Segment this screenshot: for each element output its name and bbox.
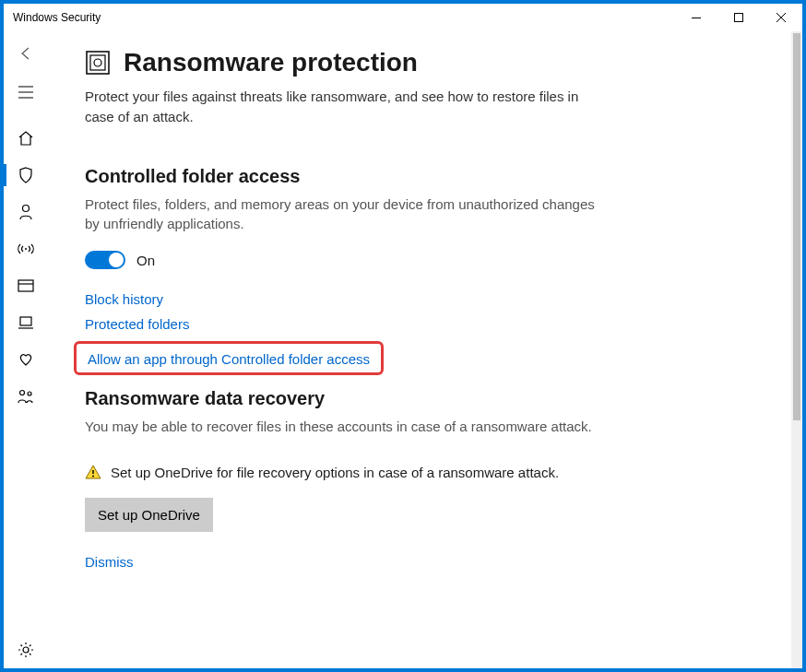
maximize-icon	[734, 13, 743, 22]
warning-icon	[85, 464, 101, 480]
cfa-toggle[interactable]	[85, 251, 125, 269]
menu-button[interactable]	[4, 74, 48, 111]
shield-icon	[18, 166, 34, 184]
sidebar-item-performance[interactable]	[4, 341, 48, 378]
svg-point-15	[92, 475, 94, 477]
svg-point-3	[25, 248, 27, 250]
svg-point-8	[20, 391, 25, 395]
sidebar-item-home[interactable]	[4, 120, 48, 157]
minimize-icon	[692, 18, 701, 18]
close-icon	[776, 13, 786, 22]
block-history-link[interactable]: Block history	[85, 291, 163, 307]
home-icon	[18, 130, 34, 147]
content-area: Ransomware protection Protect your files…	[48, 31, 802, 668]
recovery-heading: Ransomware data recovery	[85, 388, 765, 409]
minimize-button[interactable]	[675, 4, 717, 31]
laptop-icon	[18, 315, 34, 330]
window-icon	[18, 278, 34, 293]
sidebar-item-family[interactable]	[4, 378, 48, 415]
setup-onedrive-button[interactable]: Set up OneDrive	[85, 498, 213, 532]
allow-app-link[interactable]: Allow an app through Controlled folder a…	[88, 351, 370, 367]
window-controls	[675, 4, 802, 31]
dismiss-link[interactable]: Dismiss	[85, 554, 134, 570]
scrollbar[interactable]	[791, 31, 802, 668]
svg-rect-12	[90, 55, 105, 70]
back-button[interactable]	[4, 33, 48, 74]
sidebar-item-firewall[interactable]	[4, 230, 48, 267]
person-icon	[18, 203, 34, 221]
svg-rect-4	[18, 280, 33, 291]
svg-rect-6	[20, 317, 31, 325]
page-subtitle: Protect your files against threats like …	[85, 87, 601, 127]
page-title: Ransomware protection	[124, 48, 418, 77]
family-icon	[17, 388, 35, 405]
svg-rect-0	[692, 18, 701, 18]
scrollbar-thumb[interactable]	[793, 33, 800, 420]
svg-point-13	[94, 59, 101, 66]
hamburger-icon	[18, 86, 34, 99]
cfa-toggle-label: On	[136, 253, 155, 268]
sidebar-item-account[interactable]	[4, 194, 48, 230]
toggle-thumb	[109, 253, 124, 267]
sidebar-item-app-browser[interactable]	[4, 267, 48, 304]
onedrive-warning-text: Set up OneDrive for file recovery option…	[111, 463, 559, 483]
heading-row: Ransomware protection	[85, 48, 765, 77]
back-arrow-icon	[18, 45, 34, 62]
app-window: Windows Security	[4, 4, 802, 668]
svg-point-10	[23, 647, 29, 653]
svg-rect-1	[735, 14, 743, 22]
window-title: Windows Security	[13, 11, 101, 24]
maximize-button[interactable]	[717, 4, 760, 31]
antenna-icon	[17, 241, 35, 257]
cfa-description: Protect files, folders, and memory areas…	[85, 195, 601, 235]
gear-icon	[18, 642, 34, 658]
recovery-description: You may be able to recover files in thes…	[85, 417, 601, 437]
close-button[interactable]	[760, 4, 802, 31]
sidebar	[4, 31, 48, 668]
protected-folders-link[interactable]: Protected folders	[85, 316, 189, 332]
sidebar-item-device-security[interactable]	[4, 304, 48, 341]
svg-point-2	[23, 206, 30, 212]
sidebar-item-settings[interactable]	[4, 631, 48, 668]
body: Ransomware protection Protect your files…	[4, 31, 802, 668]
heart-icon	[18, 352, 34, 367]
cfa-heading: Controlled folder access	[85, 166, 765, 187]
cfa-toggle-row: On	[85, 251, 765, 269]
ransomware-icon	[85, 50, 111, 76]
sidebar-item-virus[interactable]	[4, 157, 48, 194]
highlight-annotation: Allow an app through Controlled folder a…	[74, 341, 384, 375]
titlebar: Windows Security	[4, 4, 802, 31]
svg-point-9	[28, 392, 31, 395]
onedrive-warning-row: Set up OneDrive for file recovery option…	[85, 463, 601, 483]
